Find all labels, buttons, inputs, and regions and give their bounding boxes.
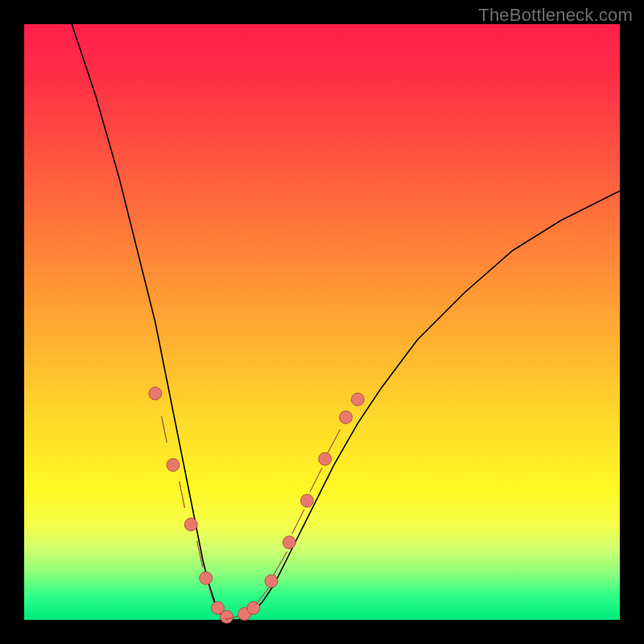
data-point [149,387,162,400]
data-point [184,518,197,531]
data-point [301,494,314,507]
chart-stage: TheBottleneck.com [0,0,644,644]
data-segment [292,510,304,533]
data-point [283,536,295,549]
data-point [340,411,353,423]
data-segment [180,482,184,508]
data-segment [328,430,340,453]
chart-overlay-svg [24,24,620,620]
data-point [200,572,213,584]
plot-area [24,24,620,620]
data-point [221,610,233,623]
bottleneck-curve [72,24,620,620]
data-point [247,601,260,614]
data-segment [162,416,167,442]
data-point [265,575,278,588]
data-point [351,393,364,406]
data-segment [310,469,322,492]
data-markers [149,387,365,624]
watermark-text: TheBottleneck.com [478,5,633,26]
data-point [167,459,180,472]
data-point [319,452,332,465]
